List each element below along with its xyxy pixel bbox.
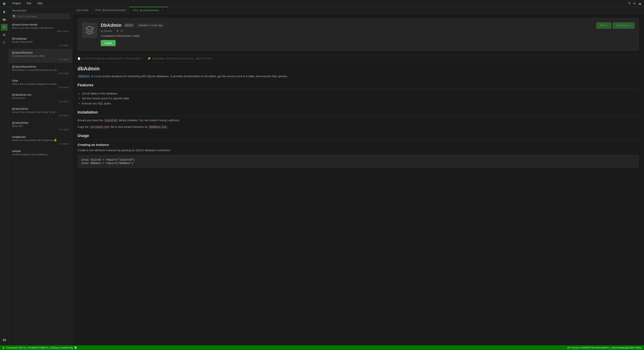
twitter-icon[interactable]: ✕ <box>628 1 631 5</box>
content-area: main.luanb PKG: @sam/Llama-Herder PKG: @… <box>72 7 644 345</box>
package-list-item[interactable]: @sam/Llama-Herder Easy to use fully onch… <box>8 21 72 35</box>
pkg-item-desc: Easy to use fully onchain LLM inference. <box>12 26 69 29</box>
tab-close-dbadmin[interactable]: ✕ <box>161 9 164 12</box>
rail-settings-icon[interactable] <box>1 337 8 344</box>
package-header-card: DbAdmin v0.0.5 Updated 1 month ago by @r… <box>78 18 639 51</box>
installation-p1: Ensure you have the lsqlite3 library ins… <box>78 118 639 123</box>
sidebar: PACKAGES 🔍 @sam/Llama-Herder Easy to use… <box>8 7 72 345</box>
file-icon-hash: 📄 <box>78 57 80 60</box>
menu-bar: ◆ Project File Utils ✕ ⎈ ☁ <box>0 0 644 7</box>
search-icon: 🔍 <box>13 15 16 18</box>
pkg-item-installs: 11 installs <box>12 143 69 145</box>
pkg-item-installs: 52 installs <box>12 44 69 47</box>
install-button[interactable]: Install <box>101 40 116 46</box>
pkg-item-name: @rakis/WeaveDrive <box>12 65 69 68</box>
menu-utils[interactable]: Utils <box>36 1 44 6</box>
rail-file-icon[interactable] <box>1 8 8 15</box>
readme-h1: dbAdmin <box>78 66 639 72</box>
usage-heading: Usage <box>78 134 639 140</box>
rail-packages-icon[interactable] <box>1 24 8 31</box>
pkg-item-installs: 12 installs <box>12 128 69 131</box>
apm-button[interactable]: APM ↗ <box>596 22 611 28</box>
pkg-item-installs: 186 installs <box>12 30 69 32</box>
icon-rail <box>0 7 8 345</box>
readme-intro: dbAdmin is a Lua module designed for int… <box>78 74 639 79</box>
package-list-item[interactable]: @rakis/Either Either ADT 12 installs <box>8 119 72 133</box>
package-list: @sam/Llama-Herder Easy to use fully onch… <box>8 21 72 345</box>
svg-line-4 <box>5 43 6 44</box>
connection-icon: ⚡ <box>2 347 5 349</box>
package-logo <box>82 22 97 38</box>
pkg-item-name: @rakis/Either <box>12 121 69 124</box>
pkg-item-installs: 37 installs <box>12 58 69 61</box>
discord-icon[interactable]: ☁ <box>638 1 642 5</box>
package-detail: DbAdmin v0.0.5 Updated 1 month ago by @r… <box>72 14 644 345</box>
menu-file[interactable]: File <box>25 1 32 6</box>
tab-bar: main.luanb PKG: @sam/Llama-Herder PKG: @… <box>72 7 644 14</box>
readme-content: dbAdmin dbAdmin is a Lua module designed… <box>78 66 639 168</box>
hash-item-1: 📄 vh-NTHVvlKZqRxc8LyyTNok65yQ55a_PJIzWLb… <box>78 57 142 60</box>
rail-microscope-icon[interactable] <box>1 31 8 38</box>
top-icons: ✕ ⎈ ☁ <box>628 1 642 5</box>
tab-llama-herder[interactable]: PKG: @sam/Llama-Herder <box>92 7 130 14</box>
features-heading: Features <box>78 83 639 89</box>
creating-instance-desc: Create a new dbAdmin instance by passing… <box>78 148 639 153</box>
package-list-item[interactable]: @rakis/WeaveDrive WeaveDrive is a client… <box>8 63 72 77</box>
hash-value-2: gtDukXAmg_9I3vESS8rgTGlh1c5ShL_sBSTcYnXS… <box>152 57 212 60</box>
pkg-item-desc: convert time intervals in the format `{n… <box>12 111 69 113</box>
package-list-item[interactable]: @reality/api Reality Protocol API 52 ins… <box>8 35 72 49</box>
apm-label: APM ↗ <box>600 24 608 27</box>
package-title-row: DbAdmin v0.0.5 Updated 1 month ago <box>101 22 593 28</box>
search-input[interactable] <box>11 14 70 19</box>
pkg-item-desc: Orbit is the Lua Module designed for int… <box>12 83 69 85</box>
hash-row: 📄 vh-NTHVvlKZqRxc8LyyTNok65yQ55a_PJIzWLb… <box>78 55 639 62</box>
pkg-item-desc: A Database Administrator Utility <box>12 55 69 57</box>
package-list-item[interactable]: @rakis/test-unit A test runner 19 instal… <box>8 91 72 105</box>
app-logo: ◆ <box>2 1 6 6</box>
package-list-item[interactable]: sunglasses stylise your aos prompt with … <box>8 133 72 147</box>
package-list-item[interactable]: @rakis/ntime convert time intervals in t… <box>8 105 72 119</box>
pkg-item-name: @rakis/ntime <box>12 107 69 110</box>
tab-label-dbadmin: PKG: @rakis/DbAdmin <box>133 9 159 12</box>
readme-intro-text: is a Lua module designed for interacting… <box>91 75 288 78</box>
package-list-item[interactable]: sample sample package to test publishing <box>8 147 72 159</box>
package-subdesc: A Database Administrator Utility <box>101 34 593 37</box>
creating-instance-heading: Creating an Instance <box>78 143 639 147</box>
feature-item: List all tables in the database <box>82 91 639 96</box>
package-downloads: 37 <box>120 29 123 32</box>
rail-search-icon[interactable] <box>1 39 8 46</box>
tab-label-llama: PKG: @sam/Llama-Herder <box>96 9 126 12</box>
svg-point-5 <box>4 340 5 341</box>
tab-dbadmin[interactable]: PKG: @rakis/DbAdmin ✕ <box>130 7 168 14</box>
installation-p2: Copy the src/main.lua file to your proje… <box>78 125 639 129</box>
package-list-item[interactable]: @rakis/DbAdmin A Database Administrator … <box>8 49 72 63</box>
package-list-item[interactable]: Orbit Orbit is the Lua Module designed f… <box>8 77 72 91</box>
code-block: local sqlite3 = require("lsqlite3") loca… <box>78 155 639 168</box>
process-status: AO Process: RJRDlDTJDxm6DyVyMVt-z_XNa1H4… <box>567 347 642 349</box>
antenna-icon: 📡 <box>74 347 77 349</box>
pkg-item-desc: A test runner <box>12 97 69 99</box>
pkg-item-installs: 13 installs <box>12 114 69 117</box>
package-meta: by @rakis · ⬇ 37 <box>101 29 593 32</box>
pkg-item-desc: WeaveDrive is a client that provides an … <box>12 69 69 71</box>
sidebar-header: PACKAGES <box>8 7 72 14</box>
pkg-item-desc: Either ADT <box>12 125 69 127</box>
repository-button[interactable]: Repository ↗ <box>613 22 634 28</box>
dbadmin-lua-code: DbAdmin.lua <box>148 126 168 129</box>
version-badge: v0.0.5 <box>124 23 134 27</box>
github-icon[interactable]: ⎈ <box>633 1 636 5</box>
status-bar: ⚡ Connected: 8iD-Gy_sKx98oth27JhjjP2V_xU… <box>0 345 644 350</box>
status-left: ⚡ Connected: 8iD-Gy_sKx98oth27JhjjP2V_xU… <box>2 347 77 349</box>
dbadmin-code-ref: dbAdmin <box>78 75 90 78</box>
rail-folder-icon[interactable] <box>1 16 8 23</box>
pkg-item-name: sample <box>12 150 69 153</box>
menu-project[interactable]: Project <box>11 1 22 6</box>
package-title: DbAdmin <box>101 22 122 28</box>
tab-main-luanb[interactable]: main.luanb <box>72 7 92 14</box>
pkg-item-name: Orbit <box>12 79 69 82</box>
pkg-item-desc: sample package to test publishing <box>12 153 69 156</box>
pkg-item-desc: Reality Protocol API <box>12 41 69 43</box>
pkg-item-name: sunglasses <box>12 135 69 138</box>
connection-status: Connected: 8iD-Gy_sKx98oth27JhjjP2V_xUSI… <box>6 347 73 349</box>
key-icon-hash: 🔑 <box>148 57 150 60</box>
